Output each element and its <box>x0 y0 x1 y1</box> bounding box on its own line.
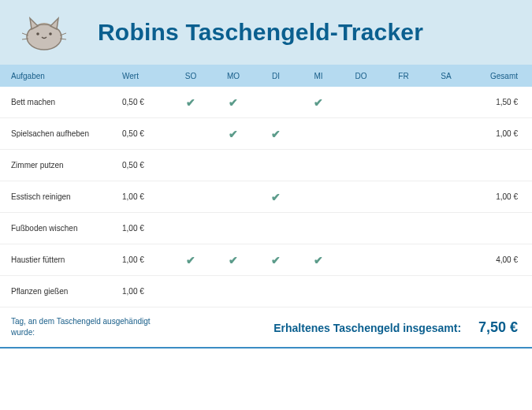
footer-total-label: Erhaltenes Taschengeld insgesamt: <box>273 322 461 334</box>
day-cell: ✔ <box>169 254 212 266</box>
day-cell: ✔ <box>255 191 297 203</box>
col-header-day-do: DO <box>340 72 382 80</box>
task-value: 0,50 € <box>122 98 169 106</box>
task-name: Fußboden wischen <box>0 224 122 233</box>
task-value: 1,00 € <box>122 287 169 296</box>
row-total: 1,50 € <box>467 98 532 106</box>
footer-total-value: 7,50 € <box>478 319 518 336</box>
task-value: 1,00 € <box>122 192 169 201</box>
day-cell: ✔ <box>255 128 297 140</box>
task-name: Pflanzen gießen <box>0 287 122 296</box>
footer-paid-day-label: Tag, an dem Taschengeld ausgehändigt wur… <box>0 316 169 338</box>
task-name: Zimmer putzen <box>0 161 122 170</box>
row-total: 4,00 € <box>467 255 532 264</box>
day-cell: ✔ <box>212 96 255 109</box>
day-cell: ✔ <box>212 254 255 266</box>
svg-point-1 <box>36 32 39 35</box>
header: Robins Taschengeld-Tracker <box>0 0 532 65</box>
table-row: Zimmer putzen0,50 € <box>0 150 532 181</box>
task-name: Esstisch reinigen <box>0 192 122 201</box>
checkmark-icon: ✔ <box>229 128 238 140</box>
table-row: Spielsachen aufheben0,50 €✔✔1,00 € <box>0 118 532 150</box>
col-header-day-so: SO <box>169 72 212 80</box>
row-total: 1,00 € <box>467 129 532 138</box>
table-row: Esstisch reinigen1,00 €✔1,00 € <box>0 181 532 213</box>
footer-total: Erhaltenes Taschengeld insgesamt: 7,50 € <box>169 319 532 336</box>
cat-icon <box>22 13 66 51</box>
table-row: Fußboden wischen1,00 € <box>0 213 532 244</box>
checkmark-icon: ✔ <box>229 254 238 266</box>
table-body: Bett machen0,50 €✔✔✔1,50 €Spielsachen au… <box>0 87 532 308</box>
col-header-day-fr: FR <box>382 72 425 80</box>
task-value: 1,00 € <box>122 255 169 264</box>
page-title: Robins Taschengeld-Tracker <box>98 19 423 46</box>
task-name: Spielsachen aufheben <box>0 129 122 138</box>
checkmark-icon: ✔ <box>229 96 238 109</box>
task-name: Bett machen <box>0 98 122 106</box>
checkmark-icon: ✔ <box>271 254 281 266</box>
col-header-value: Wert <box>122 72 169 80</box>
column-header-row: Aufgaben Wert SO MO DI MI DO FR SA Gesam… <box>0 65 532 87</box>
day-cell: ✔ <box>169 96 212 109</box>
task-value: 0,50 € <box>122 161 169 170</box>
day-cell: ✔ <box>212 128 255 140</box>
task-value: 0,50 € <box>122 129 169 138</box>
col-header-day-di: DI <box>255 72 297 80</box>
checkmark-icon: ✔ <box>314 96 323 109</box>
task-name: Haustier füttern <box>0 255 122 264</box>
col-header-total: Gesamt <box>467 72 532 80</box>
checkmark-icon: ✔ <box>271 128 281 140</box>
checkmark-icon: ✔ <box>186 96 195 109</box>
day-cell: ✔ <box>297 96 340 109</box>
col-header-day-sa: SA <box>425 72 467 80</box>
col-header-day-mo: MO <box>212 72 255 80</box>
svg-point-2 <box>49 32 52 35</box>
table-row: Pflanzen gießen1,00 € <box>0 276 532 308</box>
table-row: Haustier füttern1,00 €✔✔✔✔4,00 € <box>0 244 532 276</box>
table-row: Bett machen0,50 €✔✔✔1,50 € <box>0 87 532 118</box>
footer-row: Tag, an dem Taschengeld ausgehändigt wur… <box>0 308 532 348</box>
checkmark-icon: ✔ <box>186 254 195 266</box>
day-cell: ✔ <box>297 254 340 266</box>
col-header-task: Aufgaben <box>0 72 122 80</box>
col-header-day-mi: MI <box>297 72 340 80</box>
checkmark-icon: ✔ <box>314 254 323 266</box>
task-value: 1,00 € <box>122 224 169 233</box>
row-total: 1,00 € <box>467 192 532 201</box>
checkmark-icon: ✔ <box>271 191 281 203</box>
day-cell: ✔ <box>255 254 297 266</box>
